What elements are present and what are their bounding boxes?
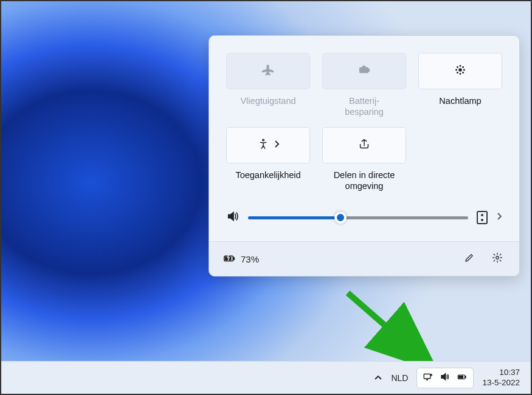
volume-tray-icon xyxy=(440,371,451,385)
svg-rect-0 xyxy=(360,67,368,72)
audio-output-icon[interactable] xyxy=(477,211,488,224)
language-indicator[interactable]: NLD xyxy=(391,373,408,383)
volume-icon[interactable] xyxy=(226,210,240,225)
svg-point-7 xyxy=(457,67,458,67)
annotation-arrow xyxy=(336,287,445,372)
svg-point-9 xyxy=(457,72,458,73)
volume-thumb[interactable] xyxy=(334,211,347,224)
accessibility-label: Toegankelijkheid xyxy=(235,170,300,193)
svg-point-6 xyxy=(464,69,465,70)
battery-tray-icon xyxy=(457,371,468,385)
settings-button[interactable] xyxy=(489,250,506,267)
pencil-icon xyxy=(464,252,475,266)
battery-saver-icon xyxy=(358,63,371,79)
svg-point-2 xyxy=(458,68,462,72)
svg-rect-1 xyxy=(368,69,369,72)
svg-point-10 xyxy=(463,72,463,73)
chevron-right-icon[interactable] xyxy=(496,211,502,224)
volume-slider[interactable] xyxy=(248,211,468,224)
tile-night-light: Nachtlamp xyxy=(418,53,502,118)
taskbar: NLD 10:37 13-5-2022 xyxy=(1,361,531,394)
network-icon xyxy=(423,371,434,385)
volume-fill xyxy=(248,216,340,219)
accessibility-button[interactable] xyxy=(226,127,310,163)
nearby-share-button[interactable] xyxy=(322,127,406,163)
tile-battery-saver: Batterij- besparing xyxy=(322,53,406,118)
battery-charging-icon xyxy=(223,252,236,267)
battery-percent-label: 73% xyxy=(241,254,259,264)
tile-nearby-share: Delen in directe omgeving xyxy=(322,127,406,193)
clock-time: 10:37 xyxy=(482,368,520,378)
svg-point-4 xyxy=(460,74,460,74)
chevron-right-icon xyxy=(274,140,280,151)
airplane-icon xyxy=(261,63,275,79)
svg-rect-17 xyxy=(424,374,431,379)
volume-row xyxy=(209,197,519,241)
svg-point-5 xyxy=(456,69,457,70)
night-light-button[interactable] xyxy=(418,53,502,89)
svg-point-8 xyxy=(463,67,463,67)
tray-overflow-button[interactable] xyxy=(374,373,382,383)
airplane-mode-label: Vliegtuigstand xyxy=(240,95,295,118)
quick-settings-panel: Vliegtuigstand Batterij- besparing Nacht… xyxy=(209,35,520,276)
battery-saver-button[interactable] xyxy=(322,53,406,89)
edit-button[interactable] xyxy=(461,250,478,267)
clock-date: 13-5-2022 xyxy=(482,378,520,388)
svg-line-16 xyxy=(348,293,421,357)
svg-point-3 xyxy=(460,66,460,66)
night-light-label: Nachtlamp xyxy=(439,95,481,118)
footer-actions xyxy=(461,250,506,267)
tile-accessibility: Toegankelijkheid xyxy=(226,127,310,193)
share-icon xyxy=(358,137,371,153)
svg-rect-20 xyxy=(459,376,463,378)
svg-point-15 xyxy=(496,256,499,259)
battery-saver-label: Batterij- besparing xyxy=(345,95,384,118)
svg-rect-19 xyxy=(465,376,466,377)
gear-icon xyxy=(492,252,503,266)
system-tray[interactable] xyxy=(416,368,474,388)
airplane-mode-button[interactable] xyxy=(226,53,310,89)
svg-rect-13 xyxy=(233,257,234,259)
nearby-share-label: Delen in directe omgeving xyxy=(334,170,395,193)
tile-airplane-mode: Vliegtuigstand xyxy=(226,53,310,118)
taskbar-clock[interactable]: 10:37 13-5-2022 xyxy=(482,368,520,388)
night-light-icon xyxy=(454,63,467,79)
accessibility-icon xyxy=(257,137,270,153)
quick-settings-tiles: Vliegtuigstand Batterij- besparing Nacht… xyxy=(209,36,519,197)
battery-status[interactable]: 73% xyxy=(223,252,259,267)
quick-settings-footer: 73% xyxy=(209,241,519,276)
svg-point-11 xyxy=(263,139,264,141)
